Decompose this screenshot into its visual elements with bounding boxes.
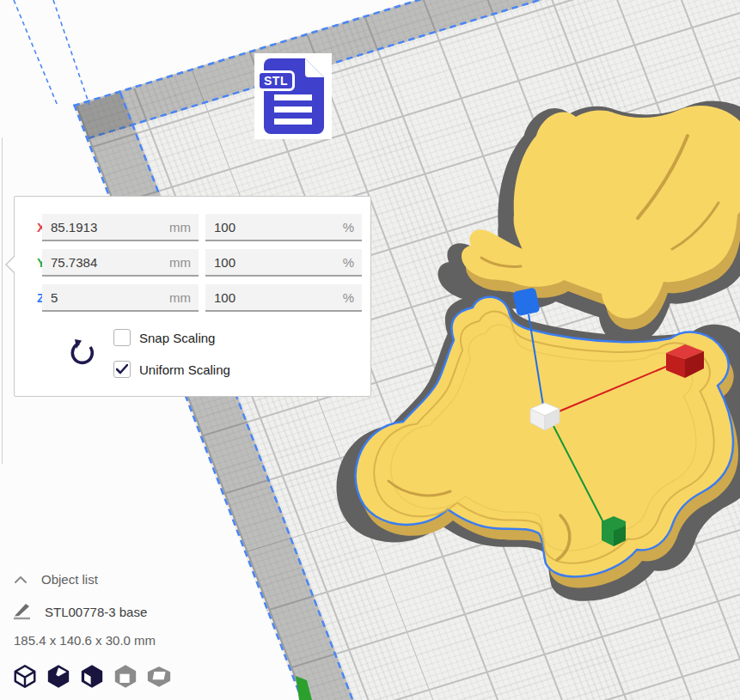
view-cube-half-button[interactable] — [79, 663, 105, 690]
object-list-title: Object list — [41, 572, 98, 587]
scale-z-mm-input[interactable] — [42, 284, 199, 310]
object-item-name: STL00778-3 base — [45, 605, 147, 619]
gizmo-y-handle[interactable] — [602, 516, 626, 546]
scale-z-mm-field[interactable]: mm — [42, 284, 199, 312]
view-cube-wireframe-button[interactable] — [12, 663, 38, 690]
scale-x-mm-input[interactable] — [42, 214, 199, 240]
view-cube-gray-front-button[interactable] — [113, 663, 138, 690]
scale-row-z: Z mm % — [15, 284, 370, 312]
snap-scaling-row: Snap Scaling — [113, 328, 215, 347]
checkmark-icon — [116, 364, 128, 374]
scale-row-y: Y mm % — [15, 249, 370, 277]
snap-scaling-label: Snap Scaling — [139, 331, 215, 345]
stl-file-icon: STL — [254, 53, 332, 139]
object-list-toggle[interactable]: Object list — [14, 572, 98, 587]
snap-scaling-checkbox[interactable] — [113, 329, 131, 346]
scale-y-percent-field[interactable]: % — [205, 249, 362, 277]
scale-y-mm-field[interactable]: mm — [42, 249, 199, 277]
scale-y-percent-input[interactable] — [205, 249, 362, 275]
reset-arrow-icon — [68, 338, 97, 368]
scale-z-percent-field[interactable]: % — [205, 284, 362, 312]
scale-x-percent-field[interactable]: % — [205, 214, 362, 241]
scale-row-x: X mm % — [15, 214, 370, 241]
build-volume-edge-lines — [14, 0, 89, 106]
scale-z-percent-input[interactable] — [205, 284, 362, 310]
object-list-item[interactable]: STL00778-3 base — [12, 602, 147, 621]
scale-y-mm-input[interactable] — [42, 249, 199, 275]
view-cube-gray-top-button[interactable] — [146, 663, 172, 690]
plate-origin-marker — [296, 676, 312, 700]
chevron-up-icon — [14, 575, 28, 584]
uniform-scaling-row: Uniform Scaling — [113, 360, 230, 379]
stl-badge: STL — [257, 70, 295, 91]
view-mode-buttons — [12, 663, 172, 690]
panel-pointer-notch — [5, 255, 15, 274]
reset-scale-button[interactable] — [68, 338, 97, 368]
scale-x-mm-field[interactable]: mm — [42, 214, 199, 241]
view-cube-solid-button[interactable] — [46, 663, 71, 690]
pencil-icon — [12, 602, 33, 621]
scale-x-percent-input[interactable] — [205, 214, 362, 240]
uniform-scaling-checkbox[interactable] — [113, 361, 131, 378]
object-dimensions: 185.4 x 140.6 x 30.0 mm — [14, 633, 156, 648]
uniform-scaling-label: Uniform Scaling — [139, 362, 230, 377]
scale-tool-panel: X mm % Y mm % Z mm % — [14, 196, 371, 397]
